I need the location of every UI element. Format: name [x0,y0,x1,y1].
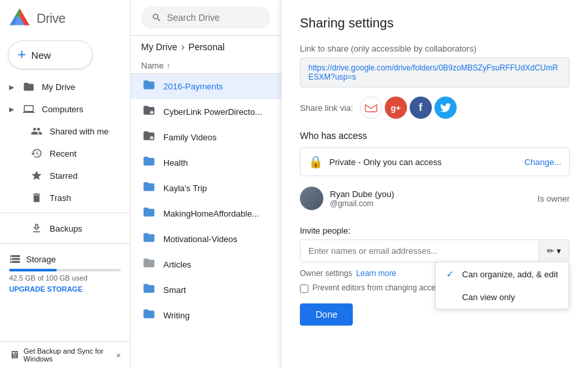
who-has-access-title: Who has access [300,130,570,141]
facebook-share-icon[interactable]: f [410,97,432,119]
search-input[interactable] [167,12,260,23]
change-access-link[interactable]: Change... [525,157,561,167]
storage-section: Storage 42.5 GB of 100 GB used UPGRADE S… [0,248,130,298]
file-list-header: Name ↑ [131,58,281,74]
breadcrumb-current: Personal [189,42,225,52]
avatar [300,187,323,210]
sidebar-item-shared[interactable]: Shared with me [0,120,125,142]
table-row[interactable]: 2016-Payments [131,74,281,99]
starred-icon [30,169,43,182]
sidebar-item-label: Backups [50,224,82,234]
user-row: Ryan Dube (you) @gmail.com Is owner [300,181,570,215]
file-name: MakingHomeAffordable... [163,209,259,219]
user-name: Ryan Dube (you) [330,189,531,199]
sidebar-item-backups[interactable]: Backups [0,217,125,239]
table-row[interactable]: Writing [131,303,281,328]
new-plus-icon: + [18,48,26,62]
gmail-share-icon[interactable] [360,97,382,119]
table-row[interactable]: Kayla's Trip [131,176,281,201]
prevent-checkbox[interactable] [300,284,308,293]
perm-option-organize[interactable]: ✓ Can organize, add, & edit [436,262,568,286]
share-via-row: Share link via: g+ f [300,97,570,119]
invite-permission-button[interactable]: ✏ ▾ [538,241,569,261]
storage-label: Storage [26,254,56,264]
storage-bar-fill [9,269,57,271]
backups-icon [30,222,43,235]
storage-icon [9,253,21,265]
share-via-label: Share link via: [300,103,353,113]
sidebar-item-label: Trash [50,193,71,203]
name-column-header[interactable]: Name [141,61,164,70]
gplus-share-icon[interactable]: g+ [385,97,407,119]
invite-input-row: ✏ ▾ ✓ Can organize, add, & edit Can view… [300,239,570,262]
table-row[interactable]: Family Videos [131,125,281,150]
sidebar-item-computers[interactable]: ▶ Computers [0,98,125,120]
folder-icon [141,180,157,196]
close-icon[interactable]: × [116,350,121,360]
file-name: Motivational-Videos [163,234,237,244]
share-link-box[interactable]: https://drive.google.com/drive/folders/0… [300,57,570,87]
table-row[interactable]: Health [131,150,281,176]
gmail-logo [365,102,378,113]
folder-icon [141,155,157,171]
owner-settings-label: Owner settings [300,269,352,278]
access-description: Private - Only you can access [329,157,518,167]
file-name: Writing [163,311,189,320]
search-bar[interactable] [141,7,270,29]
upgrade-storage-link[interactable]: UPGRADE STORAGE [9,285,82,293]
sidebar-item-starred[interactable]: Starred [0,164,125,187]
new-button[interactable]: + New [8,40,93,69]
file-name: Family Videos [163,132,216,142]
lock-icon: 🔒 [308,155,323,169]
get-backup-label[interactable]: Get Backup and Sync for Windows [24,347,112,363]
sidebar-nav: ▶ My Drive ▶ Computers Shared with me [0,76,130,339]
table-row[interactable]: Articles [131,252,281,277]
folder-icon [141,307,157,324]
folder-icon [141,231,157,247]
table-row[interactable]: Motivational-Videos [131,226,281,252]
invite-label: Invite people: [300,226,570,236]
link-section-label: Link to share (only accessible by collab… [300,44,570,54]
drive-logo-icon [8,7,31,30]
avatar-image [300,187,323,210]
trash-icon [30,191,43,204]
invite-section: Invite people: ✏ ▾ ✓ Can organize, add, … [300,226,570,262]
main-area: My Drive › Personal Name ↑ 2016-Payments… [131,0,281,368]
user-info: Ryan Dube (you) @gmail.com [330,189,531,208]
shared-icon [30,125,43,138]
sidebar-item-recent[interactable]: Recent [0,142,125,164]
access-row: 🔒 Private - Only you can access Change..… [300,147,570,176]
done-button[interactable]: Done [300,303,353,326]
edit-icon: ✏ [547,246,554,256]
table-row[interactable]: Smart [131,277,281,303]
table-row[interactable]: MakingHomeAffordable... [131,201,281,226]
sidebar-item-my-drive[interactable]: ▶ My Drive [0,76,125,98]
folder-icon [141,282,157,298]
table-row[interactable]: CyberLink PowerDirecto... [131,99,281,125]
twitter-share-icon[interactable] [434,97,457,119]
sidebar: Drive + New ▶ My Drive ▶ Computers [0,0,131,368]
app-title: Drive [37,11,65,26]
main-header [131,0,281,36]
perm-option-view[interactable]: Can view only [436,286,568,309]
breadcrumb-root[interactable]: My Drive [141,42,177,52]
learn-more-link[interactable]: Learn more [356,269,396,278]
sidebar-item-label: Starred [50,171,78,181]
my-drive-icon [22,80,35,93]
sidebar-header: Drive [0,0,130,37]
sidebar-item-label: My Drive [42,82,75,92]
get-backup-banner: 🖥 Get Backup and Sync for Windows × [0,341,130,368]
folder-person-icon [141,104,157,120]
breadcrumb: My Drive › Personal [131,36,281,58]
file-list: 2016-Payments CyberLink PowerDirecto... … [131,74,281,368]
folder-icon [141,206,157,222]
invite-input[interactable] [301,240,538,262]
dropdown-arrow-icon: ▾ [557,246,561,256]
perm-option-label: Can view only [462,292,515,302]
sharing-panel: Sharing settings Link to share (only acc… [281,0,588,368]
sidebar-item-trash[interactable]: Trash [0,187,125,209]
file-name: CyberLink PowerDirecto... [163,107,262,117]
folder-icon [141,78,157,95]
perm-option-label: Can organize, add, & edit [462,269,558,279]
file-name: Kayla's Trip [163,183,207,193]
